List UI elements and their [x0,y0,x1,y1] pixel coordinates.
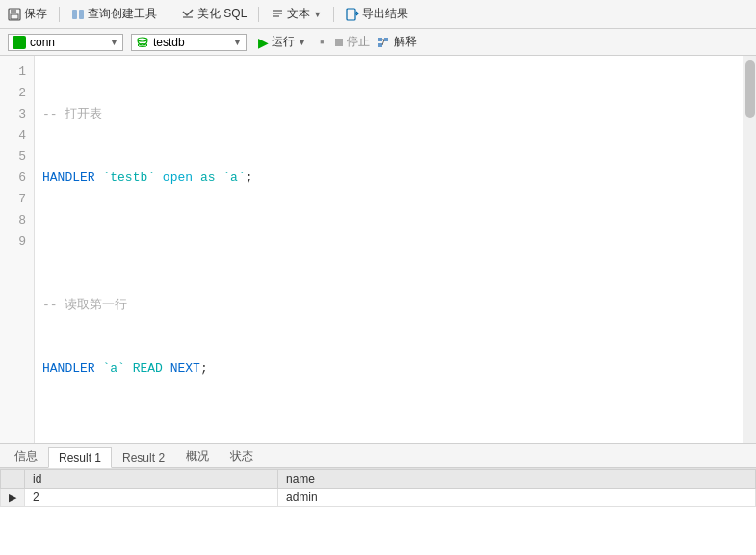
query-builder-icon [71,8,85,21]
text-dropdown-arrow: ▼ [313,10,322,19]
cell-id: 2 [25,489,278,507]
text-icon [271,8,284,21]
sep4 [333,7,334,22]
text-label: 文本 [287,6,310,22]
svg-rect-4 [79,10,84,19]
connection-name: conn [30,36,55,49]
text-button[interactable]: 文本 ▼ [271,6,322,22]
scrollbar-thumb[interactable] [745,60,755,118]
svg-rect-16 [378,43,382,47]
database-icon [136,36,149,49]
query-builder-button[interactable]: 查询创建工具 [71,6,157,22]
svg-line-18 [382,40,384,45]
save-label: 保存 [24,6,47,22]
svg-rect-14 [378,38,382,41]
database-name: testdb [153,36,185,49]
run-button[interactable]: ▶ 运行 ▼ [254,33,310,51]
export-label: 导出结果 [362,6,408,22]
line-num-3: 3 [0,104,34,125]
run-play-icon: ▶ [258,35,269,50]
query-builder-label: 查询创建工具 [88,6,157,22]
save-icon [8,8,21,21]
code-editor[interactable]: -- 打开表 HANDLER `testb` open as `a`; -- 读… [35,56,743,443]
code-line-1: -- 打开表 [42,104,735,125]
svg-rect-1 [11,9,16,13]
line-num-7: 7 [0,189,34,210]
result-table: id name ▶ 2 admin [0,469,756,507]
code-line-3 [42,231,735,252]
tab-info[interactable]: 信息 [4,444,48,467]
svg-rect-15 [384,38,388,41]
row-indicator-header [1,470,25,489]
line-num-9: 9 [0,231,34,252]
stop-button[interactable]: 停止 [334,34,370,50]
database-dropdown-arrow: ▼ [233,38,242,47]
cell-name: admin [277,489,755,507]
svg-rect-13 [335,39,343,46]
beautify-icon [181,8,195,21]
svg-rect-3 [72,10,77,19]
stop-icon [334,38,344,47]
table-row: ▶ 2 admin [1,489,756,507]
line-numbers: 1 2 3 4 5 6 7 8 9 [0,56,35,443]
line-num-8: 8 [0,210,34,231]
editor-area: 1 2 3 4 5 6 7 8 9 -- 打开表 HANDLER `testb`… [0,56,756,443]
line-num-1: 1 [0,62,34,83]
run-dropdown-arrow: ▼ [298,38,306,47]
stop-label: 停止 [347,34,370,50]
save-button[interactable]: 保存 [8,6,47,22]
explain-button[interactable]: 解释 [378,34,417,50]
beautify-sql-label: 美化 SQL [197,6,247,22]
connection-select[interactable]: conn ▼ [8,34,123,51]
svg-rect-2 [11,14,18,19]
database-select[interactable]: testdb ▼ [131,34,247,51]
code-line-4: -- 读取第一行 [42,295,735,316]
col-header-id: id [25,470,278,489]
code-line-6 [42,422,735,443]
tab-result2[interactable]: Result 2 [112,447,175,467]
svg-rect-9 [347,9,355,20]
col-header-name: name [277,470,755,489]
toolbar-separator-stop: ▪ [320,35,325,49]
sep1 [59,7,60,22]
line-num-5: 5 [0,146,34,168]
line-num-2: 2 [0,83,34,104]
toolbar: 保存 查询创建工具 美化 SQL 文本 ▼ 导出结果 [0,0,756,29]
export-icon [346,8,359,21]
export-button[interactable]: 导出结果 [346,6,408,22]
run-label: 运行 [272,34,295,50]
explain-label: 解释 [394,34,417,50]
tab-overview[interactable]: 概况 [175,444,220,467]
connection-dropdown-arrow: ▼ [110,38,118,47]
line-num-6: 6 [0,168,34,189]
line-num-4: 4 [0,125,34,146]
tab-status[interactable]: 状态 [220,444,264,467]
code-line-5: HANDLER `a` READ NEXT; [42,358,735,380]
explain-icon [378,36,391,49]
sep3 [258,7,259,22]
connection-status-icon [13,36,26,49]
tab-result1[interactable]: Result 1 [48,447,112,468]
connection-bar: conn ▼ testdb ▼ ▶ 运行 ▼ ▪ 停止 解 [0,29,756,56]
svg-point-11 [138,38,147,41]
beautify-sql-button[interactable]: 美化 SQL [181,6,247,22]
result-area: id name ▶ 2 admin [0,468,756,555]
sep2 [169,7,169,22]
code-line-2: HANDLER `testb` open as `a`; [42,168,735,189]
bottom-tabs: 信息 Result 1 Result 2 概况 状态 [0,443,756,468]
vertical-scrollbar[interactable] [743,56,756,443]
row-arrow: ▶ [1,489,25,507]
